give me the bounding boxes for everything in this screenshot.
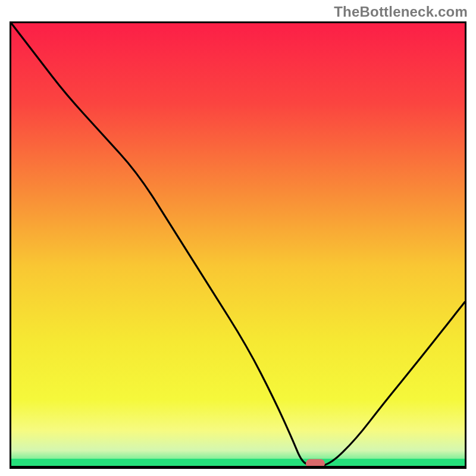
bottleneck-curve — [11, 23, 465, 466]
attribution-watermark: TheBottleneck.com — [334, 4, 468, 20]
plot-area — [10, 21, 466, 469]
bottleneck-chart: TheBottleneck.com — [0, 0, 476, 476]
optimal-marker — [306, 459, 325, 468]
